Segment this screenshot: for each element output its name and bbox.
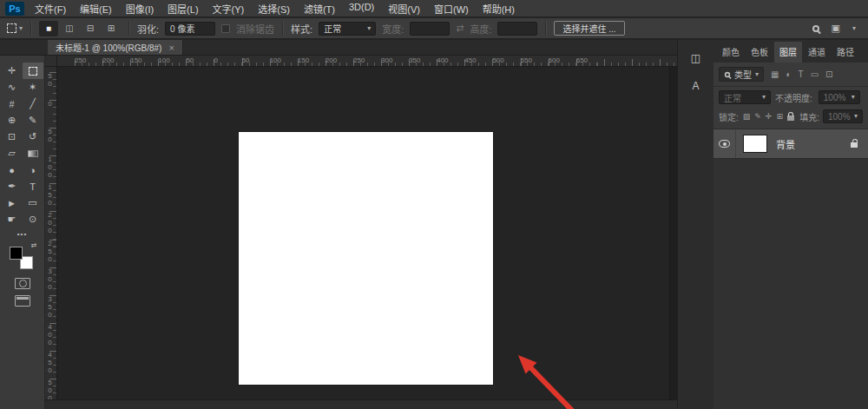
shape-icon: ▭ (28, 197, 36, 208)
select-and-mask-button[interactable]: 选择并遮住 ... (554, 21, 624, 36)
blur-tool-button[interactable]: ● (2, 162, 23, 178)
hand-icon: ☛ (8, 214, 16, 225)
menu-item[interactable]: 选择(S) (258, 2, 290, 16)
color-swatches: ⇄ (8, 244, 37, 272)
vertical-scrollbar[interactable] (669, 67, 677, 399)
vertical-ruler: 50050100150200250300350400450500 (45, 67, 57, 399)
selection-mode-button[interactable]: ■ (39, 21, 58, 36)
layer-visibility-toggle[interactable] (713, 129, 736, 158)
feather-value: 0 像素 (170, 22, 194, 35)
separator (128, 22, 129, 35)
menu-item[interactable]: 编辑(E) (80, 2, 112, 16)
document-tab-title: 未标题-1 @ 100%(RGB/8#) (56, 41, 161, 54)
tool-preset-picker[interactable]: ▾ (7, 23, 23, 33)
selection-mode-button[interactable]: ◫ (60, 21, 79, 36)
antialias-checkbox[interactable] (221, 24, 230, 33)
layer-filter-icon[interactable]: ▭ (811, 69, 819, 79)
swap-colors-icon[interactable]: ⇄ (31, 241, 37, 249)
layer-lock-icon (851, 142, 858, 148)
move-icon: ✛ (8, 65, 16, 76)
crop-tool-button[interactable]: # (2, 96, 23, 112)
edit-toolbar-button[interactable]: ••• (17, 230, 27, 238)
eyedropper-tool-button[interactable]: ╱ (23, 96, 43, 112)
opacity-dropdown[interactable]: 100% ▾ (819, 90, 860, 104)
antialias-label: 消除锯齿 (236, 22, 274, 36)
ruler-label: 450 (464, 56, 492, 64)
panel-group: 颜色色板图层通道路径 类型 ▾ ▦◐T▭⊡ 正常 ▾ 不透明度: 100% ▾ … (713, 40, 868, 409)
ruler-label: 50 (46, 72, 54, 100)
chevron-down-icon: ▾ (367, 25, 371, 32)
path-selection-tool-button[interactable]: ► (2, 195, 23, 211)
layer-thumbnail[interactable] (743, 135, 767, 153)
history-brush-tool-button[interactable]: ↺ (23, 129, 43, 145)
document-tab[interactable]: 未标题-1 @ 100%(RGB/8#) × (48, 40, 183, 55)
document-canvas[interactable] (239, 132, 493, 385)
menu-item[interactable]: 滤镜(T) (304, 2, 335, 16)
type-tool-button[interactable]: T (23, 178, 43, 195)
shape-tool-button[interactable]: ▭ (23, 195, 43, 211)
move-tool-button[interactable]: ✛ (2, 63, 23, 79)
menu-item[interactable]: 文件(F) (35, 2, 66, 16)
panel-tab[interactable]: 路径 (832, 42, 859, 63)
fill-dropdown[interactable]: 100% ▾ (823, 109, 863, 123)
menu-item[interactable]: 图层(L) (168, 2, 198, 16)
ruler-label: 0 (214, 56, 241, 64)
lasso-tool-button[interactable]: ∿ (2, 79, 23, 96)
layer-filter-icon[interactable]: ◐ (786, 69, 791, 79)
lock-option-icon[interactable]: ▨ (743, 112, 751, 121)
brush-tool-button[interactable]: ✎ (23, 112, 43, 129)
collapsed-panel-icon-1[interactable]: ◫ (685, 49, 707, 68)
menu-item[interactable]: 窗口(W) (434, 2, 469, 16)
layer-filter-dropdown[interactable]: 类型 ▾ (719, 67, 764, 82)
selection-mode-button[interactable]: ⊞ (102, 21, 121, 36)
hand-tool-button[interactable]: ☛ (2, 211, 23, 228)
menu-item[interactable]: 文字(Y) (213, 2, 245, 16)
feather-input[interactable]: 0 像素 (165, 22, 215, 36)
layer-filter-icon[interactable]: ▦ (771, 69, 779, 79)
layer-filter-icon[interactable]: ⊡ (825, 69, 832, 79)
rectangular-marquee-tool-button[interactable] (23, 63, 43, 79)
quick-selection-tool-button[interactable]: ✶ (23, 79, 43, 96)
panel-tab[interactable]: 颜色 (717, 42, 745, 63)
style-label: 样式: (291, 22, 312, 36)
lock-option-icon[interactable]: ✛ (766, 112, 773, 121)
quick-mask-button[interactable] (15, 278, 30, 289)
zoom-tool-button[interactable]: ⊙ (23, 211, 43, 228)
panel-tab[interactable]: 通道 (803, 42, 831, 63)
blur-icon: ● (9, 165, 15, 175)
path-selection-icon: ► (7, 198, 16, 208)
menu-item[interactable]: 3D(D) (349, 2, 374, 16)
pen-tool-button[interactable]: ✒ (2, 178, 23, 195)
lock-option-icon[interactable]: ⊞ (776, 112, 783, 121)
menu-item[interactable]: 图像(I) (126, 2, 154, 16)
selection-mode-button[interactable]: ⊟ (81, 21, 100, 36)
close-icon[interactable]: × (168, 43, 174, 53)
document-window: 2502001501005005010015020025030035040045… (45, 56, 677, 409)
dodge-tool-button[interactable]: ◑ (23, 162, 43, 178)
screen-mode-button[interactable] (15, 295, 30, 307)
workspace-switcher-icon[interactable]: ▣ (832, 23, 840, 34)
clone-stamp-tool-button[interactable]: ⊡ (2, 129, 23, 145)
foreground-color-swatch[interactable] (10, 247, 23, 260)
healing-brush-tool-button[interactable]: ⊕ (2, 112, 23, 129)
layer-row[interactable]: 背景 (713, 129, 868, 159)
style-dropdown[interactable]: 正常 ▾ (319, 22, 376, 36)
search-icon[interactable] (812, 25, 819, 32)
lock-option-icon[interactable]: ✎ (754, 112, 761, 121)
lock-all-icon[interactable] (787, 115, 794, 121)
eraser-tool-button[interactable]: ▱ (2, 145, 23, 162)
blend-mode-dropdown[interactable]: 正常 ▾ (719, 90, 771, 104)
menu-bar-items: 文件(F)编辑(E)图像(I)图层(L)文字(Y)选择(S)滤镜(T)3D(D)… (35, 2, 515, 16)
layer-filter-icon[interactable]: T (799, 69, 804, 79)
height-input[interactable] (497, 22, 537, 36)
ruler-label: 50 (242, 56, 270, 64)
character-panel-icon[interactable]: A (685, 76, 707, 96)
panel-tab[interactable]: 色板 (746, 42, 773, 63)
swap-dimensions-icon[interactable]: ⇄ (456, 23, 464, 34)
menu-item[interactable]: 视图(V) (388, 2, 420, 16)
menu-item[interactable]: 帮助(H) (483, 2, 515, 16)
width-input[interactable] (410, 22, 450, 36)
opacity-value: 100% (824, 93, 846, 102)
panel-tab[interactable]: 图层 (774, 42, 802, 63)
gradient-tool-button[interactable] (23, 145, 43, 162)
